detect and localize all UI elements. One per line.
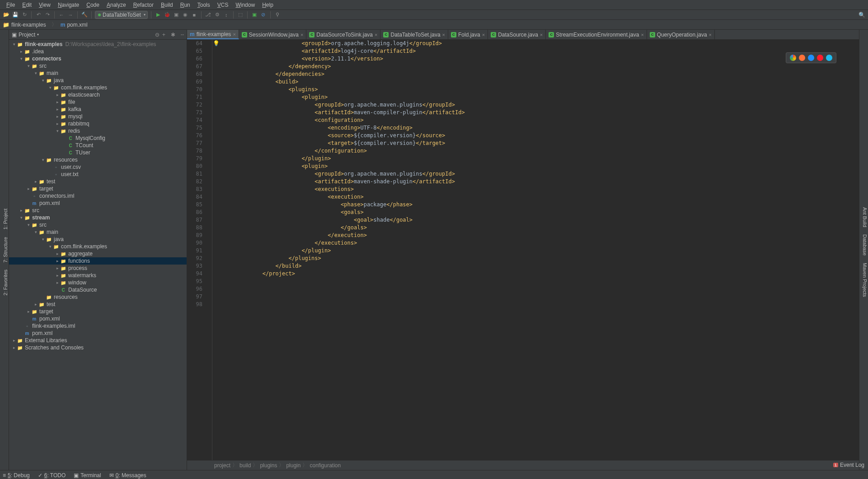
tree-item--idea[interactable]: 📁.idea	[9, 48, 187, 55]
tree-item-resources[interactable]: 📁resources	[9, 293, 187, 301]
tree-item-java[interactable]: 📁java	[9, 236, 187, 243]
nav-item-1[interactable]: mpom.xml	[61, 22, 88, 28]
tree-item-process[interactable]: 📁process	[9, 265, 187, 272]
search-everywhere-icon[interactable]: 🔍	[859, 12, 865, 18]
close-tab-icon[interactable]: ×	[709, 32, 712, 37]
tree-item-watermarks[interactable]: 📁watermarks	[9, 272, 187, 279]
tool-tab-6-todo[interactable]: ✓6: TODO	[38, 472, 66, 479]
tree-item-redis[interactable]: 📁redis	[9, 127, 187, 135]
menu-refactor[interactable]: Refactor	[130, 2, 157, 8]
run-icon[interactable]: ▶	[155, 11, 162, 19]
tree-item-pom-xml[interactable]: mpom.xml	[9, 200, 187, 207]
menu-edit[interactable]: Edit	[19, 2, 35, 8]
firefox-icon[interactable]	[799, 55, 805, 61]
open-icon[interactable]: 📂	[3, 11, 10, 19]
tree-item-user-txt[interactable]: ▫user.txt	[9, 171, 187, 178]
safari-icon[interactable]	[808, 55, 814, 61]
close-tab-icon[interactable]: ×	[442, 32, 445, 37]
tree-item-kafka[interactable]: 📁kafka	[9, 106, 187, 113]
tool-icon-3[interactable]: ↕	[223, 11, 230, 19]
editor-breadcrumbs[interactable]: project〉build〉plugins〉plugin〉configurati…	[187, 460, 859, 470]
menu-window[interactable]: Window	[232, 2, 258, 8]
close-tab-icon[interactable]: ×	[300, 32, 303, 37]
right-tab-maven-projects[interactable]: Maven Projects	[862, 259, 868, 301]
left-tab-2-favorites[interactable]: 2: Favorites	[3, 266, 8, 299]
run-configuration-selector[interactable]: DataTableToSet	[95, 11, 148, 19]
close-tab-icon[interactable]: ×	[641, 32, 643, 37]
tool-icon-7[interactable]: ⚲	[274, 11, 281, 19]
tool-tab-5-debug[interactable]: ≡5: Debug	[3, 472, 30, 479]
editor-tab-flink-examples[interactable]: mflink-examples×	[187, 30, 239, 39]
editor-tab-datatabletoset-java[interactable]: CDataTableToSet.java×	[380, 30, 448, 39]
back-icon[interactable]: ←	[58, 11, 65, 19]
tree-item-connectors-iml[interactable]: ▫connectors.iml	[9, 192, 187, 200]
close-tab-icon[interactable]: ×	[482, 32, 485, 37]
tool-icon-1[interactable]: ⎇	[205, 11, 212, 19]
menu-run[interactable]: Run	[177, 2, 194, 8]
tree-item-stream[interactable]: 📁stream	[9, 214, 187, 221]
redo-icon[interactable]: ↷	[44, 11, 51, 19]
editor-tab-sessionwindow-java[interactable]: CSessionWindow.java×	[239, 30, 307, 39]
close-tab-icon[interactable]: ×	[233, 32, 235, 37]
panel-dropdown-icon[interactable]: ▾	[37, 33, 39, 37]
editor-tab-datasourcetosink-java[interactable]: CDataSourceToSink.java×	[306, 30, 380, 39]
tree-item-flink-examples-iml[interactable]: ▫flink-examples.iml	[9, 322, 187, 330]
tree-item-elasticsearch[interactable]: 📁elasticsearch	[9, 91, 187, 98]
editor-tab-queryoperation-java[interactable]: CQueryOperation.java×	[647, 30, 715, 39]
tree-item-main[interactable]: 📁main	[9, 228, 187, 236]
tree-item-flink-examples[interactable]: 📁flink-examplesD:\Workspaces\Idea_2\flin…	[9, 41, 187, 48]
chrome-icon[interactable]	[790, 55, 796, 61]
tree-item-com-flink-examples[interactable]: 📁com.flink.examples	[9, 243, 187, 250]
opera-icon[interactable]	[817, 55, 823, 61]
settings-icon[interactable]: ✱	[171, 32, 175, 38]
left-tab-7-structure[interactable]: 7: Structure	[3, 233, 8, 266]
project-tree[interactable]: 📁flink-examplesD:\Workspaces\Idea_2\flin…	[9, 40, 187, 470]
collapse-icon[interactable]: ⊖	[155, 32, 160, 38]
menu-analyze[interactable]: Analyze	[103, 2, 130, 8]
debug-icon[interactable]: 🐞	[164, 11, 171, 19]
close-tab-icon[interactable]: ×	[540, 32, 543, 37]
tree-item-pom-xml[interactable]: mpom.xml	[9, 315, 187, 322]
tree-item-user-csv[interactable]: ▫user.csv	[9, 163, 187, 171]
tree-item-java[interactable]: 📁java	[9, 77, 187, 84]
hide-icon[interactable]: ╌	[181, 32, 184, 38]
menu-view[interactable]: View	[35, 2, 54, 8]
event-log-button[interactable]: 1 Event Log	[833, 462, 864, 468]
ie-icon[interactable]	[826, 55, 832, 61]
tree-item-src[interactable]: 📁src	[9, 207, 187, 214]
tree-item-tuser[interactable]: CTUser	[9, 149, 187, 156]
tree-item-scratches-and-consoles[interactable]: 📁Scratches and Consoles	[9, 344, 187, 351]
menu-vcs[interactable]: VCS	[214, 2, 232, 8]
menu-help[interactable]: Help	[258, 2, 277, 8]
tree-item-connectors[interactable]: 📁connectors	[9, 55, 187, 62]
menu-navigate[interactable]: Navigate	[54, 2, 83, 8]
tree-item-main[interactable]: 📁main	[9, 70, 187, 77]
coverage-icon[interactable]: ▣	[173, 11, 180, 19]
breadcrumb-plugins[interactable]: plugins	[260, 462, 277, 469]
undo-icon[interactable]: ↶	[35, 11, 42, 19]
tool-icon-2[interactable]: ⚙	[214, 11, 221, 19]
tree-item-tcount[interactable]: CTCount	[9, 142, 187, 149]
tool-icon-5[interactable]: ▣	[251, 11, 258, 19]
tree-item-aggregate[interactable]: 📁aggregate	[9, 250, 187, 257]
tree-item-pom-xml[interactable]: mpom.xml	[9, 330, 187, 337]
tree-item-external-libraries[interactable]: 📁External Libraries	[9, 337, 187, 344]
editor-tab-streamexecutionenvironment-java[interactable]: CStreamExecutionEnvironment.java×	[546, 30, 647, 39]
tree-item-target[interactable]: 📁target	[9, 185, 187, 192]
right-tab-database[interactable]: Database	[862, 231, 868, 259]
tree-item-functions[interactable]: 📁functions	[9, 257, 187, 265]
profile-icon[interactable]: ◉	[182, 11, 189, 19]
breadcrumb-build[interactable]: build	[239, 462, 251, 469]
editor-tab-datasource-java[interactable]: CDataSource.java×	[488, 30, 546, 39]
breadcrumb-plugin[interactable]: plugin	[286, 462, 300, 469]
tree-item-mysqlconfig[interactable]: CMysqlConfig	[9, 135, 187, 142]
menu-file[interactable]: File	[3, 2, 19, 8]
tree-item-target[interactable]: 📁target	[9, 308, 187, 315]
tree-item-file[interactable]: 📁file	[9, 98, 187, 106]
tool-tab-terminal[interactable]: ▣Terminal	[74, 472, 101, 479]
menu-code[interactable]: Code	[83, 2, 103, 8]
breadcrumb-configuration[interactable]: configuration	[310, 462, 341, 469]
tool-icon-4[interactable]: ⬚	[237, 11, 244, 19]
menu-build[interactable]: Build	[157, 2, 177, 8]
close-tab-icon[interactable]: ×	[375, 32, 377, 37]
